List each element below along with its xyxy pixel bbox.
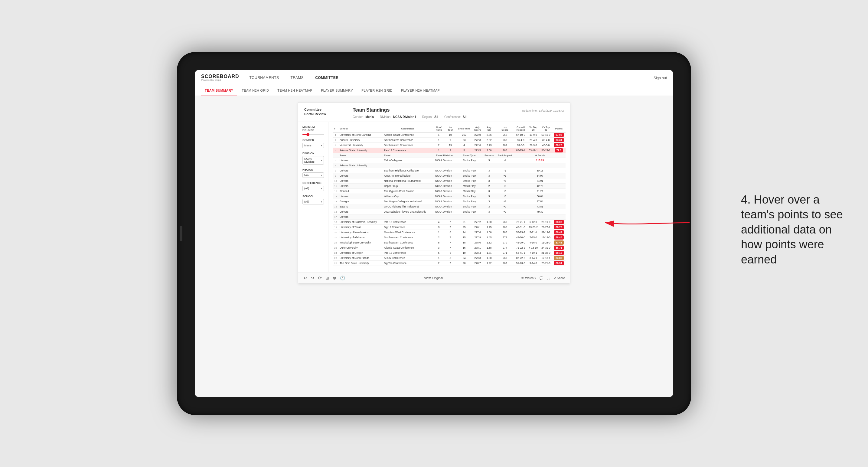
update-label: Update time: (522, 109, 537, 112)
cell-rank: 25 (333, 256, 338, 261)
cell-points[interactable]: 88.16 (552, 250, 565, 256)
cell-conf-rank: 3 (433, 245, 445, 250)
filter-row: Gender: Men's Division: NCAA Division I … (353, 115, 564, 119)
cell-points[interactable]: 83.41 (552, 240, 565, 245)
cell-bnds-wins: 15 (456, 235, 472, 240)
cell-low-score: 269 (495, 143, 514, 148)
cell-no-tour: 7 (445, 240, 456, 245)
cell-rank-impact: -1 (495, 168, 514, 173)
view-original-label[interactable]: View: Original (424, 276, 443, 280)
col-conf-rank: ConfRank (433, 125, 445, 132)
division-filter-label: Division: (380, 115, 391, 119)
school-label: School (303, 195, 324, 198)
cell-rank: 15 (333, 204, 338, 209)
cell-low-score: 260 (495, 137, 514, 143)
gender-group: Gender Men's ▾ (303, 138, 324, 148)
settings-button[interactable]: ⊕ (332, 275, 337, 281)
watch-button[interactable]: 👁 Watch ▾ (521, 276, 536, 280)
cell-rank: 17 (333, 214, 338, 220)
cell-w-points: 21.29 (515, 189, 565, 194)
cell-rank-impact: +0 (495, 209, 514, 214)
cell-overall: 67-10-0 (515, 132, 527, 137)
cell-adj-score: 278.1 (472, 245, 483, 250)
cell-points[interactable]: 83.89 (552, 256, 565, 261)
cell-overall: 86-4-0 (515, 137, 527, 143)
cell-points[interactable]: 79.5 (552, 148, 565, 153)
table-row: 22 Mississippi State University Southeas… (333, 240, 565, 245)
sign-out-button[interactable]: Sign out (654, 76, 667, 80)
school-select[interactable]: (All) ▾ (303, 199, 324, 205)
cell-points[interactable]: 88.20 (552, 143, 565, 148)
cell-overall: 42-20-0 (515, 235, 527, 240)
cell-conference: Mountain West Conference (382, 230, 433, 235)
table-row: 26 The Ohio State University Big Ten Con… (333, 261, 565, 266)
cell-w-points: 110.63 (515, 158, 565, 163)
min-rounds-slider[interactable] (303, 134, 324, 135)
nav-tournaments[interactable]: TOURNAMENTS (248, 75, 280, 80)
cell-overall: 53-41-1 (515, 250, 527, 256)
cell-points[interactable]: 88.70 (552, 225, 565, 230)
cell-vs25: 5-11-1 (527, 230, 539, 235)
tooltip-data-row: 11 Univers Copper Cup NCAA Division I Ma… (333, 184, 565, 189)
cell-event: Copper Cup (382, 184, 433, 189)
cell-points[interactable]: 88.49 (552, 230, 565, 235)
cell-conference: Atlantic Coast Conference (382, 132, 433, 137)
cell-rank: 21 (333, 235, 338, 240)
cell-points[interactable]: 88.48 (552, 235, 565, 240)
slider-track (303, 134, 324, 135)
cell-no-tour: 9 (445, 137, 456, 143)
tab-team-summary[interactable]: TEAM SUMMARY (201, 85, 237, 96)
cell-rank: 6 (333, 158, 338, 163)
cell-rank: 2 (333, 137, 338, 143)
cell-school: The Ohio State University (338, 261, 382, 266)
cell-rank-impact: +1 (495, 199, 514, 204)
cell-low-score: 272 (495, 235, 514, 240)
cell-school: University of New Mexico (338, 230, 382, 235)
cell-conf-rank: 2 (433, 235, 445, 240)
school-group: School (All) ▾ (303, 195, 324, 205)
tab-player-h2h-grid[interactable]: PLAYER H2H GRID (358, 85, 396, 96)
conference-select[interactable]: (All) ▾ (303, 186, 324, 191)
expand-button[interactable]: ⛶ (547, 276, 550, 280)
cell-conf-rank: 1 (433, 230, 445, 235)
tab-team-h2h-heatmap[interactable]: TEAM H2H HEATMAP (274, 85, 316, 96)
tab-player-h2h-heatmap[interactable]: PLAYER H2H HEATMAP (397, 85, 443, 96)
cell-points[interactable]: 88.94 (552, 261, 565, 266)
cell-points[interactable]: 93.31 (552, 137, 565, 143)
report-main: Team Standings Update time: 13/03/2024 1… (353, 107, 564, 119)
cell-vs25: 9-14-0 (527, 261, 539, 266)
nav-committee[interactable]: COMMITTEE (314, 75, 340, 80)
cell-bnds-wins: 262 (456, 132, 472, 137)
slider-thumb[interactable] (306, 133, 309, 136)
cell-rank: 24 (333, 250, 338, 256)
cell-points[interactable]: 97.02 (552, 132, 565, 137)
cell-points[interactable]: 88.07 (552, 220, 565, 225)
undo-button[interactable]: ↩ (303, 275, 308, 281)
tab-team-h2h-grid[interactable]: TEAM H2H GRID (238, 85, 273, 96)
share-button[interactable]: ↗ Share (554, 276, 565, 280)
cell-overall: 42-31-3 (515, 225, 527, 230)
reset-button[interactable]: ⟳ (317, 275, 322, 281)
portal-label: Portal Review (304, 112, 347, 117)
comment-button[interactable]: 💬 (539, 276, 543, 280)
cell-bnds-wins: 4 (456, 143, 472, 148)
cell-rank-impact: +0 (495, 204, 514, 209)
region-select[interactable]: N/A ▾ (303, 173, 324, 178)
cell-no-tour: 7 (445, 245, 456, 250)
red-arrow-svg (602, 211, 692, 235)
copy-button[interactable]: ⊞ (325, 275, 330, 281)
cell-w-points: 56.64 (515, 194, 565, 199)
cell-event-type: Stroke Play (456, 173, 483, 179)
cell-event-div: NCAA Division I (433, 199, 456, 204)
tab-player-summary[interactable]: PLAYER SUMMARY (317, 85, 356, 96)
school-chevron-icon: ▾ (321, 200, 322, 203)
bottom-toolbar: ↩ ↪ ⟳ ⊞ ⊕ 🕐 View: Original 👁 (298, 272, 570, 283)
division-select[interactable]: NCAA Division I ▾ (303, 156, 324, 164)
division-chevron-icon: ▾ (321, 159, 322, 162)
cell-event: Ben Hogan Collegiate Invitational (382, 199, 433, 204)
nav-teams[interactable]: TEAMS (289, 75, 305, 80)
cell-points[interactable]: 88.71 (552, 245, 565, 250)
redo-button[interactable]: ↪ (310, 275, 315, 281)
tooltip-event-col: Event (382, 153, 433, 158)
gender-select[interactable]: Men's ▾ (303, 143, 324, 148)
